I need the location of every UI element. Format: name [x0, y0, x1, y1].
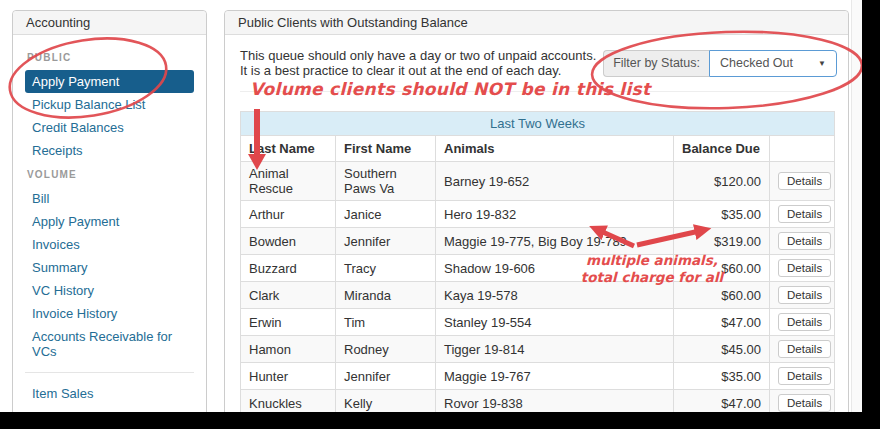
cell-last-name: Buzzard [241, 255, 336, 282]
details-button[interactable]: Details [778, 172, 831, 190]
details-button[interactable]: Details [778, 340, 831, 358]
cell-last-name: Hunter [241, 363, 336, 390]
section-label-volume: VOLUME [27, 170, 192, 180]
table-header-row: Last Name First Name Animals Balance Due [241, 136, 835, 162]
sidebar-nav: PUBLIC Apply Payment Pickup Balance List… [13, 35, 206, 412]
cell-last-name: Clark [241, 282, 336, 309]
accounting-sidebar: Accounting PUBLIC Apply Payment Pickup B… [12, 10, 207, 412]
cell-animals: Maggie 19-775, Big Boy 19-789 [436, 228, 674, 255]
status-filter-label: Filter by Status: [603, 50, 709, 77]
table-band-title: Last Two Weeks [241, 112, 835, 136]
cell-last-name: Erwin [241, 309, 336, 336]
details-button[interactable]: Details [778, 313, 831, 331]
outstanding-balance-panel: Public Clients with Outstanding Balance … [224, 10, 849, 412]
table-band-row: Last Two Weeks [241, 112, 835, 136]
cell-animals: Shadow 19-606 [436, 255, 674, 282]
cell-animals: Rovor 19-838 [436, 390, 674, 413]
table-row: Clark Miranda Kaya 19-578 $60.00 Details [241, 282, 835, 309]
outstanding-balance-table: Last Two Weeks Last Name First Name Anim… [240, 111, 835, 412]
sidebar-item-bill[interactable]: Bill [25, 187, 194, 210]
cell-balance-due: $35.00 [674, 363, 770, 390]
sidebar-item-item-sales[interactable]: Item Sales [25, 382, 194, 405]
cell-balance-due: $45.00 [674, 336, 770, 363]
table-body: Animal Rescue Southern Paws Va Barney 19… [241, 162, 835, 413]
table-row: Erwin Tim Stanley 19-554 $47.00 Details [241, 309, 835, 336]
sidebar-item-accounts-receivable-vcs[interactable]: Accounts Receivable for VCs [25, 325, 194, 363]
cell-first-name: Tracy [336, 255, 436, 282]
column-header-actions [770, 136, 835, 162]
section-label-public: PUBLIC [27, 53, 192, 63]
table-row: Arthur Janice Hero 19-832 $35.00 Details [241, 201, 835, 228]
cell-first-name: Kelly [336, 390, 436, 413]
cell-balance-due: $47.00 [674, 309, 770, 336]
sidebar-divider [25, 372, 194, 373]
cell-balance-due: $60.00 [674, 282, 770, 309]
panel-body: This queue should only have a day or two… [225, 35, 848, 412]
cell-last-name: Arthur [241, 201, 336, 228]
sidebar-item-invoices[interactable]: Invoices [25, 233, 194, 256]
cell-last-name: Animal Rescue [241, 162, 336, 201]
column-header-last-name: Last Name [241, 136, 336, 162]
cell-first-name: Southern Paws Va [336, 162, 436, 201]
chevron-down-icon: ▼ [818, 57, 826, 70]
details-button[interactable]: Details [778, 286, 831, 304]
cell-last-name: Hamon [241, 336, 336, 363]
cell-balance-due: $60.00 [674, 255, 770, 282]
status-filter-group: Filter by Status: Checked Out ▼ [603, 50, 837, 77]
sidebar-item-apply-payment-public[interactable]: Apply Payment [25, 70, 194, 93]
cell-balance-due: $120.00 [674, 162, 770, 201]
cell-last-name: Bowden [241, 228, 336, 255]
panel-title: Public Clients with Outstanding Balance [225, 11, 848, 35]
cell-animals: Stanley 19-554 [436, 309, 674, 336]
sidebar-item-receipts[interactable]: Receipts [25, 139, 194, 162]
cell-balance-due: $319.00 [674, 228, 770, 255]
cell-first-name: Janice [336, 201, 436, 228]
column-header-first-name: First Name [336, 136, 436, 162]
scrollbar-track[interactable] [851, 0, 862, 412]
details-button[interactable]: Details [778, 367, 831, 385]
app-screen: Accounting PUBLIC Apply Payment Pickup B… [0, 0, 862, 412]
cell-first-name: Jennifer [336, 228, 436, 255]
cell-first-name: Miranda [336, 282, 436, 309]
cell-balance-due: $35.00 [674, 201, 770, 228]
column-header-animals: Animals [436, 136, 674, 162]
details-button[interactable]: Details [778, 232, 831, 250]
table-row: Buzzard Tracy Shadow 19-606 $60.00 Detai… [241, 255, 835, 282]
table-row: Hunter Jennifer Maggie 19-767 $35.00 Det… [241, 363, 835, 390]
table-row: Animal Rescue Southern Paws Va Barney 19… [241, 162, 835, 201]
table-row: Hamon Rodney Tigger 19-814 $45.00 Detail… [241, 336, 835, 363]
cell-animals: Kaya 19-578 [436, 282, 674, 309]
sidebar-item-apply-payment-volume[interactable]: Apply Payment [25, 210, 194, 233]
status-select[interactable]: Checked Out ▼ [709, 50, 837, 77]
cell-first-name: Rodney [336, 336, 436, 363]
sidebar-item-vc-history[interactable]: VC History [25, 279, 194, 302]
divider [240, 91, 835, 92]
details-button[interactable]: Details [778, 205, 831, 223]
cell-balance-due: $47.00 [674, 390, 770, 413]
cell-animals: Maggie 19-767 [436, 363, 674, 390]
cell-last-name: Knuckles [241, 390, 336, 413]
cell-first-name: Jennifer [336, 363, 436, 390]
cell-first-name: Tim [336, 309, 436, 336]
sidebar-item-invoice-history[interactable]: Invoice History [25, 302, 194, 325]
table-row: Bowden Jennifer Maggie 19-775, Big Boy 1… [241, 228, 835, 255]
cell-animals: Hero 19-832 [436, 201, 674, 228]
sidebar-title: Accounting [13, 11, 206, 35]
sidebar-item-credit-balances[interactable]: Credit Balances [25, 116, 194, 139]
cell-animals: Barney 19-652 [436, 162, 674, 201]
sidebar-item-pickup-balance-list[interactable]: Pickup Balance List [25, 93, 194, 116]
table-row: Knuckles Kelly Rovor 19-838 $47.00 Detai… [241, 390, 835, 413]
sidebar-item-summary[interactable]: Summary [25, 256, 194, 279]
details-button[interactable]: Details [778, 259, 831, 277]
status-select-value: Checked Out [720, 57, 793, 70]
cell-animals: Tigger 19-814 [436, 336, 674, 363]
details-button[interactable]: Details [778, 394, 831, 412]
column-header-balance-due: Balance Due [674, 136, 770, 162]
